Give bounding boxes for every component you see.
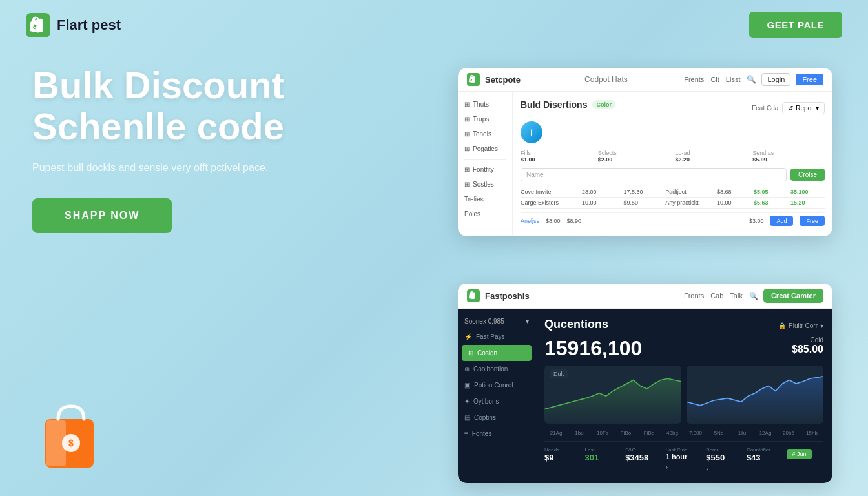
- header: Flart pest GEET PALE: [0, 0, 868, 50]
- col-send-header: Send as $5.99: [752, 150, 825, 163]
- create-button[interactable]: Crolse: [790, 169, 825, 181]
- nav-lisst[interactable]: Lisst: [726, 76, 741, 83]
- dark-sidebar: Soonex 0,985 ▾ ⚡ Fast Pays ⊞ Cosign ⊕ Co…: [458, 309, 535, 483]
- bottom-app-name: Fastposhis: [485, 291, 679, 301]
- chart-bottom-labels: 21Ag 1bu 10Fs FiBo FiBo 40bg 7,000 5No 1…: [544, 430, 823, 436]
- big-number: 15916,100: [544, 336, 642, 360]
- create-campaign-button[interactable]: Creat Camter: [763, 289, 823, 303]
- col-load-header: Lo-ad $2.20: [676, 150, 748, 163]
- table-row-2: Carge Existers 10.00 $9.50 Any practickt…: [521, 198, 825, 209]
- repeat-icon: ↺: [788, 105, 793, 112]
- shopify-logo-icon: [26, 13, 50, 37]
- top-app-logo-icon: [467, 73, 480, 86]
- hero-subtitle: Pupest bull dockls and sensie very offt …: [32, 160, 284, 176]
- bottom-nav-fronts[interactable]: Fronts: [684, 292, 704, 300]
- dark-main-title: Qucentions: [544, 318, 608, 331]
- top-app-sidebar: ⊞ Thuts ⊞ Trups ⊞ Tonels ⊞ Pogaties ⊞ Fo…: [458, 92, 513, 236]
- bottom-nav: Fronts Cab Talk 🔍: [684, 292, 758, 300]
- analysis-link[interactable]: Aneljss: [521, 218, 539, 224]
- stat-last-cine: Last Cine 1 hour ›: [666, 447, 703, 474]
- shop-now-button[interactable]: SHAPP NOW: [32, 198, 172, 233]
- top-app-body: ⊞ Thuts ⊞ Trups ⊞ Tonels ⊞ Pogaties ⊞ Fo…: [458, 92, 832, 236]
- free-button[interactable]: Free: [800, 216, 825, 226]
- hero-section: Bulk Discount Schenlle code Pupest bull …: [32, 65, 284, 233]
- col-selects-header: Sclects $2.00: [598, 150, 670, 163]
- toggle-circle[interactable]: i: [521, 121, 542, 143]
- trups-icon: ⊞: [464, 116, 470, 123]
- sidebar-item-thuts[interactable]: ⊞ Thuts: [458, 97, 512, 112]
- main-title: Buld Disertions Color: [521, 99, 615, 110]
- stat-bomu: Bomu $550 ›: [706, 447, 743, 474]
- sidebar-item-pogaties[interactable]: ⊞ Pogaties: [458, 141, 512, 156]
- fontfity-icon: ⊞: [464, 166, 470, 173]
- search-icon[interactable]: 🔍: [747, 75, 756, 84]
- logo-area: Flart pest: [26, 13, 121, 37]
- oytibons-icon: ✦: [464, 398, 470, 405]
- stat-countrifier: Countrifier $43: [747, 447, 783, 474]
- left-chart: Dult: [544, 366, 681, 424]
- coptins-icon: ▤: [464, 414, 470, 421]
- bottom-app-body: Soonex 0,985 ▾ ⚡ Fast Pays ⊞ Cosign ⊕ Co…: [458, 309, 832, 483]
- feat-code-label: Feat Cda: [752, 105, 778, 112]
- col-value-area: Cold $85.00: [792, 336, 823, 355]
- top-app-screenshot: Setcpote Codpot Hats Frents Cit Lisst 🔍 …: [458, 68, 832, 236]
- dark-sidebar-coptins[interactable]: ▤ Coptins: [458, 409, 535, 426]
- add-button[interactable]: Add: [770, 216, 793, 226]
- sidebar-item-tonels[interactable]: ⊞ Tonels: [458, 127, 512, 141]
- top-app-name: Setcpote: [485, 75, 579, 85]
- top-app-breadcrumb: Codpot Hats: [584, 75, 679, 84]
- bottom-app-header: Fastposhis Fronts Cab Talk 🔍 Creat Camte…: [458, 284, 832, 309]
- nav-frents[interactable]: Frents: [684, 76, 704, 83]
- filter-area: 🔒 Pluitr Corr ▾: [778, 322, 823, 329]
- hero-title: Bulk Discount Schenlle code: [32, 65, 284, 147]
- stat-badge[interactable]: # Jun: [787, 449, 811, 459]
- sidebar-item-sostles[interactable]: ⊞ Sostles: [458, 177, 512, 192]
- dark-sidebar-potion-control[interactable]: ▣ Potion Conrol: [458, 377, 535, 393]
- table-row-1: Cove Imvite 28.00 17,5,30 Padtject $8.68…: [521, 187, 825, 198]
- chart-label: Dult: [550, 369, 568, 378]
- bag-illustration: $: [39, 397, 103, 473]
- stat-badge-item: # Jun: [787, 447, 823, 474]
- sidebar-item-poles[interactable]: Poles: [458, 207, 512, 222]
- sidebar-item-fontfity[interactable]: ⊞ Fontfity: [458, 162, 512, 177]
- sidebar-item-trelies[interactable]: Trelies: [458, 192, 512, 207]
- svg-text:$: $: [68, 438, 74, 448]
- top-app-header: Setcpote Codpot Hats Frents Cit Lisst 🔍 …: [458, 68, 832, 92]
- dark-main: Qucentions 🔒 Pluitr Corr ▾ 15916,100 Col…: [535, 309, 832, 483]
- dark-sidebar-coolbontion[interactable]: ⊕ Coolbontion: [458, 361, 535, 377]
- get-pale-button[interactable]: GEET PALE: [749, 12, 842, 38]
- last-cine-arrow: ›: [666, 464, 668, 471]
- analysis-row: Aneljss $8.00 $8.90 $3.00 Add Free: [521, 212, 825, 229]
- sidebar-item-trups[interactable]: ⊞ Trups: [458, 112, 512, 127]
- sidebar-divider: [464, 159, 506, 160]
- col-fills-header: Fills $1.00: [521, 150, 593, 163]
- name-input-row: Name Crolse: [521, 168, 825, 181]
- bottom-nav-talk[interactable]: Talk: [730, 292, 743, 300]
- coolbontion-icon: ⊕: [464, 366, 470, 373]
- filter-chevron-icon: ▾: [820, 322, 823, 329]
- toggle-container: i: [521, 121, 825, 143]
- try-free-button[interactable]: Free: [796, 74, 823, 85]
- sostles-icon: ⊞: [464, 181, 470, 188]
- top-app-nav: Frents Cit Lisst 🔍: [684, 75, 756, 84]
- bottom-app-logo-icon: [467, 289, 480, 302]
- bottom-nav-cab[interactable]: Cab: [710, 292, 723, 300]
- name-select[interactable]: Name: [521, 168, 787, 181]
- fontes-icon: ≡: [464, 430, 468, 437]
- fast-pays-icon: ⚡: [464, 333, 472, 340]
- dark-sidebar-oytibons[interactable]: ✦ Oytibons: [458, 393, 535, 409]
- nav-cit[interactable]: Cit: [710, 76, 719, 83]
- pogaties-icon: ⊞: [464, 145, 470, 152]
- stat-last: Last 301: [585, 447, 622, 474]
- repeat-button[interactable]: ↺ Repot ▾: [782, 102, 825, 114]
- dark-sidebar-cosign[interactable]: ⊞ Cosign: [462, 345, 532, 361]
- dark-sidebar-fast-pays[interactable]: ⚡ Fast Pays: [458, 329, 535, 345]
- chevron-down-icon: ▾: [816, 105, 819, 112]
- table-area: Cove Imvite 28.00 17,5,30 Padtject $8.68…: [521, 187, 825, 209]
- bottom-search-icon[interactable]: 🔍: [749, 292, 758, 300]
- store-name: Soonex 0,985 ▾: [458, 314, 535, 329]
- bottom-app-screenshot: Fastposhis Fronts Cab Talk 🔍 Creat Camte…: [458, 284, 832, 483]
- login-button[interactable]: Login: [761, 73, 790, 86]
- dark-sidebar-fontes[interactable]: ≡ Fontes: [458, 426, 535, 442]
- tonels-icon: ⊞: [464, 130, 470, 138]
